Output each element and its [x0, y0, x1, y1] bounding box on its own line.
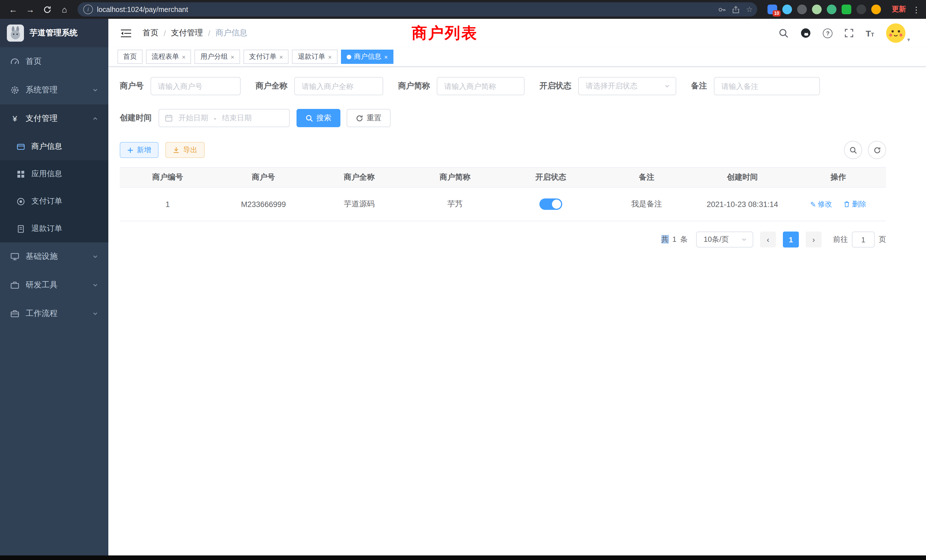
help-icon[interactable]: ?: [823, 28, 833, 38]
url-text[interactable]: localhost:1024/pay/merchant: [97, 5, 718, 14]
close-icon[interactable]: ×: [384, 53, 388, 60]
delete-link[interactable]: 删除: [843, 199, 866, 209]
close-icon[interactable]: ×: [231, 53, 235, 60]
page-title-annotation: 商户列表: [412, 23, 478, 43]
app-logo[interactable]: 芋道管理系统: [0, 19, 108, 47]
merchant-no-input[interactable]: [151, 77, 241, 95]
bookmark-star-icon[interactable]: ☆: [746, 5, 753, 14]
export-button[interactable]: 导出: [165, 142, 205, 158]
total-unit: 条: [680, 235, 688, 244]
short-name-input[interactable]: [437, 77, 525, 95]
sidebar-item-app-info[interactable]: 应用信息: [0, 160, 108, 188]
browser-toolbar: ← → ⌂ i localhost:1024/pay/merchant ☆ 10…: [0, 0, 926, 19]
full-name-input[interactable]: [294, 77, 383, 95]
forward-button[interactable]: →: [23, 2, 38, 17]
date-start-placeholder[interactable]: 开始日期: [179, 113, 208, 123]
close-icon[interactable]: ×: [182, 53, 186, 60]
toggle-search-button[interactable]: [844, 141, 862, 159]
chevron-down-icon: [664, 83, 670, 89]
chevron-down-icon: [92, 282, 98, 288]
tab-refund-order[interactable]: 退款订单 ×: [292, 50, 337, 64]
status-select[interactable]: 请选择开启状态: [578, 77, 676, 95]
reload-button[interactable]: [40, 2, 55, 17]
reset-button[interactable]: 重置: [346, 109, 390, 127]
sidebar-item-label: 应用信息: [31, 169, 62, 179]
chevron-down-icon: [92, 254, 98, 259]
page-size-value: 10条/页: [704, 235, 729, 245]
user-avatar[interactable]: ▾: [886, 23, 910, 43]
add-button-label: 新增: [137, 145, 151, 155]
close-icon[interactable]: ×: [328, 53, 332, 60]
page-size-select[interactable]: 10条/页: [696, 232, 753, 248]
extension-icon[interactable]: [782, 5, 792, 14]
profile-avatar-icon[interactable]: [871, 5, 881, 14]
sidebar-item-infrastructure[interactable]: 基础设施: [0, 242, 108, 271]
tab-merchant-info[interactable]: 商户信息 ×: [341, 50, 394, 64]
fullscreen-icon[interactable]: [845, 29, 854, 38]
sidebar-item-home[interactable]: 首页: [0, 47, 108, 76]
table-row: 1 M233666999 芋道源码 芋艿 我是备注 2021-10-23 08:…: [120, 188, 886, 221]
breadcrumb: 首页 / 支付管理 / 商户信息: [142, 28, 247, 38]
merchant-table: 商户编号 商户号 商户全称 商户简称 开启状态 备注 创建时间 操作 1 M23…: [120, 167, 886, 221]
extension-icon[interactable]: 10: [767, 5, 777, 14]
goto-page-input[interactable]: [852, 232, 875, 248]
remark-input[interactable]: [714, 77, 820, 95]
extension-icon[interactable]: [856, 5, 866, 14]
briefcase-icon: [10, 309, 20, 318]
site-info-icon[interactable]: i: [83, 5, 93, 14]
add-button[interactable]: 新增: [120, 142, 159, 158]
prev-page-button[interactable]: ‹: [760, 232, 776, 248]
active-dot: [346, 54, 351, 59]
sidebar-item-dev-tools[interactable]: 研发工具: [0, 271, 108, 300]
breadcrumb-item[interactable]: 首页: [142, 28, 159, 38]
font-size-icon[interactable]: TT: [866, 28, 874, 38]
sidebar-item-workflow[interactable]: 工作流程: [0, 300, 108, 328]
remark-label: 备注: [691, 81, 714, 91]
plus-icon: [127, 147, 133, 153]
tab-pay-order[interactable]: 支付订单 ×: [244, 50, 289, 64]
font-small-glyph: T: [871, 32, 874, 37]
page-1-button[interactable]: 1: [783, 232, 799, 248]
window-bottom-edge: [0, 555, 926, 560]
status-select-placeholder: 请选择开启状态: [586, 81, 637, 91]
extensions-cluster: 10: [767, 5, 881, 14]
sidebar-item-pay-order[interactable]: 支付订单: [0, 188, 108, 215]
merchant-no-label: 商户号: [120, 81, 151, 91]
status-toggle[interactable]: [539, 198, 562, 210]
home-button[interactable]: ⌂: [57, 2, 72, 17]
github-icon[interactable]: [801, 28, 811, 38]
back-button[interactable]: ←: [6, 2, 21, 17]
address-bar[interactable]: i localhost:1024/pay/merchant ☆: [77, 2, 757, 17]
extension-icon[interactable]: [797, 5, 807, 14]
sidebar-item-refund-order[interactable]: 退款订单: [0, 215, 108, 242]
app-title: 芋道管理系统: [30, 28, 77, 38]
tab-home[interactable]: 首页: [118, 50, 142, 64]
search-button[interactable]: 搜索: [297, 109, 340, 127]
tab-flow-form[interactable]: 流程表单 ×: [146, 50, 191, 64]
sidebar-collapse-button[interactable]: [121, 29, 131, 37]
gear-icon: [10, 86, 20, 95]
col-header: 商户编号: [120, 172, 216, 183]
tab-user-group[interactable]: 用户分组 ×: [195, 50, 240, 64]
create-time-range-picker[interactable]: 开始日期 - 结束日期: [159, 109, 290, 127]
cell-status: [503, 198, 599, 210]
extension-icon[interactable]: [812, 5, 822, 14]
browser-menu-icon[interactable]: ⋮: [912, 5, 920, 14]
extension-icon[interactable]: [841, 5, 851, 14]
search-icon[interactable]: [779, 28, 789, 38]
password-key-icon[interactable]: [718, 5, 726, 14]
total-prefix: 共: [661, 235, 669, 244]
share-icon[interactable]: [732, 5, 740, 14]
browser-update-button[interactable]: 更新: [892, 5, 906, 14]
vue-devtools-icon[interactable]: [827, 5, 837, 14]
close-icon[interactable]: ×: [279, 53, 283, 60]
pagination-total: 共 1 条: [661, 235, 689, 245]
sidebar-item-payment[interactable]: ¥ 支付管理: [0, 104, 108, 133]
edit-link[interactable]: ✎ 修改: [810, 199, 832, 209]
next-page-button[interactable]: ›: [806, 232, 822, 248]
sidebar-item-system[interactable]: 系统管理: [0, 76, 108, 104]
date-end-placeholder[interactable]: 结束日期: [222, 113, 252, 123]
sidebar-item-merchant-info[interactable]: 商户信息: [0, 133, 108, 160]
refresh-table-button[interactable]: [868, 141, 886, 159]
breadcrumb-item[interactable]: 支付管理: [171, 28, 203, 38]
